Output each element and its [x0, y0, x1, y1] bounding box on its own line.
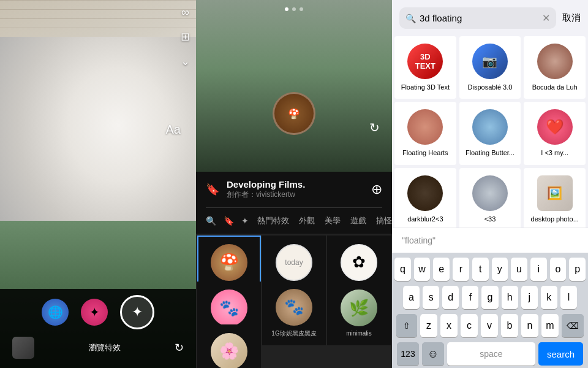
search-key[interactable]: search	[538, 342, 583, 366]
search-tab-icon[interactable]: 🔍	[202, 213, 220, 228]
tab-aesthetic[interactable]: 美學	[320, 213, 345, 229]
key-k[interactable]: k	[541, 286, 557, 309]
sparkle-tab-icon[interactable]: ✦	[238, 213, 252, 228]
bookmark-tab-icon[interactable]: 🔖	[220, 213, 238, 228]
dot-1	[285, 7, 288, 11]
key-z[interactable]: z	[420, 314, 437, 337]
result-label-3: Floating Hearts	[402, 148, 448, 157]
effects-panel: 🍄 ↻ 🔖 Developing Films. 創作者：vivistickert…	[196, 0, 392, 368]
search-cancel-button[interactable]: 取消	[562, 12, 581, 24]
effects-grid: 🍄 Developing Fil... today daily 10 ✿ Be …	[196, 234, 392, 368]
key-p[interactable]: p	[569, 258, 586, 281]
search-clear-button[interactable]: ✕	[542, 12, 550, 24]
result-label-4: Floating Butter...	[466, 148, 514, 157]
search-bar-icon: 🔍	[405, 13, 416, 23]
key-u[interactable]: u	[511, 258, 527, 281]
camera-panel: ∞ ⊞ ⌄ Aa 🌐 ✦ ✦ 瀏覽特效 ↻	[0, 0, 196, 368]
key-b[interactable]: b	[501, 314, 518, 337]
result-label-5: I <3 my...	[541, 148, 568, 157]
keyboard: q w e r t y u i o p a s d f g h j k l ⇧ …	[392, 253, 588, 368]
keyboard-row-1: q w e r t y u i o p	[394, 258, 586, 281]
search-panel: 🔍 3d floating ✕ 取消 3DTEXT Floating 3D Te…	[392, 0, 588, 368]
key-g[interactable]: g	[481, 286, 498, 309]
key-n[interactable]: n	[521, 314, 538, 337]
shift-key[interactable]: ⇧	[396, 314, 417, 337]
search-query-text: 3d floating	[420, 13, 538, 23]
numbers-key[interactable]: 123	[397, 342, 419, 366]
effect-add-button[interactable]: ⊕	[371, 182, 382, 197]
key-v[interactable]: v	[481, 314, 498, 337]
tab-appearance[interactable]: 外觀	[294, 213, 320, 229]
shutter-button[interactable]: ✦	[120, 295, 154, 329]
result-avatar-33	[472, 175, 508, 211]
grid-icon[interactable]: ⊞	[181, 30, 190, 44]
delete-key[interactable]: ⌫	[562, 314, 584, 337]
key-e[interactable]: e	[433, 258, 450, 281]
key-w[interactable]: w	[414, 258, 431, 281]
search-results-grid: 3DTEXT Floating 3D Text 📷 Disposablé 3.0…	[392, 34, 588, 228]
flip-camera-icon[interactable]: ↻	[175, 341, 184, 355]
key-a[interactable]: a	[403, 286, 420, 309]
search-suggestion[interactable]: "floating"	[392, 228, 588, 253]
tab-games[interactable]: 遊戲	[345, 213, 371, 229]
emoji-key[interactable]: ☺	[422, 342, 444, 366]
search-bar[interactable]: 🔍 3d floating ✕	[399, 7, 556, 29]
camera-nav-bar: 瀏覽特效 ↻	[0, 337, 196, 359]
effect-title-block: Developing Films. 創作者：vivistickertw	[227, 179, 371, 200]
camera-shutter-area: 🌐 ✦ ✦	[0, 295, 196, 329]
key-d[interactable]: d	[442, 286, 459, 309]
key-l[interactable]: l	[560, 286, 577, 309]
result-avatar-desktop: 🖼️	[537, 175, 573, 211]
key-j[interactable]: j	[521, 286, 538, 309]
effect-icon-blue[interactable]: 🌐	[42, 299, 69, 326]
camera-bottom-bar: 🌐 ✦ ✦ 瀏覽特效 ↻	[0, 289, 196, 368]
space-key[interactable]: space	[447, 342, 535, 366]
result-cell-floating-hearts[interactable]: Floating Hearts	[394, 102, 456, 164]
result-cell-floating-butter[interactable]: Floating Butter...	[459, 102, 521, 164]
result-avatar-bocuda	[537, 44, 573, 79]
effect-thumb-now: 🌸	[211, 333, 247, 368]
result-cell-floating3d[interactable]: 3DTEXT Floating 3D Text	[394, 36, 456, 99]
effects-tab-bar: 🔍 🔖 ✦ 熱門特效 外觀 美學 遊戲 搞怪遊	[196, 208, 392, 234]
result-cell-desktop[interactable]: 🖼️ desktop photo...	[524, 168, 586, 228]
result-avatar-disposable: 📷	[472, 44, 508, 79]
key-h[interactable]: h	[502, 286, 518, 309]
chevron-down-icon[interactable]: ⌄	[181, 55, 190, 68]
key-c[interactable]: c	[461, 314, 478, 337]
key-o[interactable]: o	[550, 258, 567, 281]
effect-author: 創作者：vivistickertw	[227, 190, 371, 200]
tab-funny[interactable]: 搞怪遊	[371, 213, 392, 229]
result-cell-disposable[interactable]: 📷 Disposablé 3.0	[459, 36, 521, 99]
tab-popular[interactable]: 熱門特效	[252, 213, 294, 229]
key-q[interactable]: q	[394, 258, 411, 281]
dot-3	[300, 7, 303, 11]
last-photo-thumbnail[interactable]	[12, 337, 34, 359]
effect-cell-minimalis[interactable]: 🌿 minimalis	[327, 282, 391, 345]
rotate-icon[interactable]: ↻	[369, 120, 380, 135]
effect-icon-pink[interactable]: ✦	[81, 299, 108, 326]
key-x[interactable]: x	[440, 314, 458, 337]
key-f[interactable]: f	[462, 286, 478, 309]
bookmark-icon[interactable]: 🔖	[206, 183, 219, 196]
key-y[interactable]: y	[492, 258, 508, 281]
browse-effects-button[interactable]: 瀏覽特效	[89, 342, 121, 353]
key-s[interactable]: s	[423, 286, 439, 309]
result-cell-bocuda[interactable]: Bocuda da Luh	[524, 36, 586, 99]
key-m[interactable]: m	[541, 314, 559, 337]
result-label-8: desktop photo...	[531, 215, 579, 223]
key-i[interactable]: i	[530, 258, 547, 281]
key-r[interactable]: r	[453, 258, 469, 281]
result-cell-33[interactable]: <33	[459, 168, 521, 228]
text-style-button[interactable]: Aa	[166, 123, 181, 137]
effect-thumb-beyou: ✿	[341, 244, 377, 281]
effect-thumb-waterbaby: 🐾	[211, 289, 247, 326]
key-t[interactable]: t	[472, 258, 489, 281]
result-cell-darkblur[interactable]: darkblur2<3	[394, 168, 456, 228]
result-cell-i3my[interactable]: ❤️ I <3 my...	[524, 102, 586, 164]
effect-cell-now[interactable]: 🌸 NOW	[197, 324, 261, 368]
infinity-icon[interactable]: ∞	[181, 6, 189, 19]
effect-thumb-1g: 🐾	[276, 289, 312, 326]
effect-label-4: 1G珍妮黑皮黑皮	[271, 329, 316, 338]
effect-cell-1g[interactable]: 🐾 1G珍妮黑皮黑皮	[262, 282, 326, 345]
result-avatar-darkblur	[407, 175, 443, 211]
